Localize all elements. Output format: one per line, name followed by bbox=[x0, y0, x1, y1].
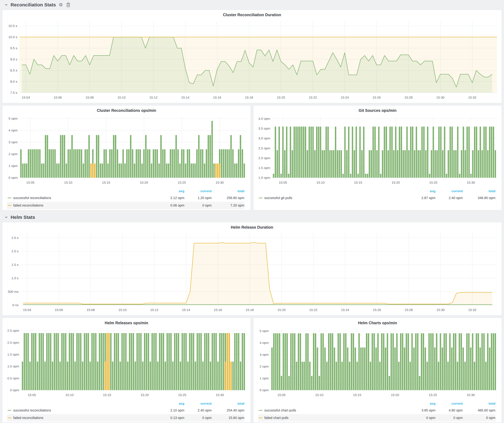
panel-title[interactable]: Cluster Reconciliations ops/min bbox=[2, 106, 251, 114]
svg-text:0 opm: 0 opm bbox=[260, 388, 269, 392]
svg-text:15:05: 15:05 bbox=[279, 181, 287, 184]
svg-text:15:24: 15:24 bbox=[341, 308, 349, 312]
svg-text:9.0 s: 9.0 s bbox=[10, 58, 17, 61]
svg-text:9.5 s: 9.5 s bbox=[10, 46, 17, 50]
git-sources-opm-chart[interactable]: 1.0 opm1.5 opm2.0 opm2.5 opm3.0 opm3.5 o… bbox=[253, 114, 502, 188]
legend-row-successful-reconciliations[interactable]: successful reconciliations 2.10 opm 2.40… bbox=[7, 407, 244, 414]
svg-text:15:18: 15:18 bbox=[245, 96, 253, 99]
svg-text:0.5 opm: 0.5 opm bbox=[7, 376, 19, 380]
svg-text:15:24: 15:24 bbox=[341, 96, 349, 99]
cluster-reconciliations-opm-chart[interactable]: 0 opm1 opm2 opm3 opm4 opm5 opm15:0515:10… bbox=[2, 114, 251, 188]
svg-text:8.5 s: 8.5 s bbox=[10, 69, 17, 72]
svg-text:15:22: 15:22 bbox=[309, 308, 318, 312]
svg-text:2 opm: 2 opm bbox=[9, 152, 18, 156]
svg-text:1.5 s: 1.5 s bbox=[11, 263, 18, 266]
panel-title[interactable]: Helm Releases ops/min bbox=[2, 319, 251, 327]
legend: avg current total successful reconciliat… bbox=[2, 188, 251, 210]
svg-text:15:30: 15:30 bbox=[216, 181, 224, 184]
svg-text:15:20: 15:20 bbox=[391, 393, 399, 397]
section-header-reconciliation-stats[interactable]: Reconciliation Stats ⚙ bbox=[2, 0, 502, 10]
svg-text:15:28: 15:28 bbox=[404, 96, 413, 99]
series-name[interactable]: failed chart pulls bbox=[264, 416, 288, 420]
panel-cluster-reconciliations-opm: Cluster Reconciliations ops/min 0 opm1 o… bbox=[2, 105, 251, 210]
svg-text:15:26: 15:26 bbox=[372, 96, 381, 99]
helm-releases-opm-chart[interactable]: 0 opm0.5 opm1.0 opm1.5 opm2.0 opm2.5 opm… bbox=[2, 327, 251, 400]
legend-col-avg[interactable]: avg bbox=[409, 189, 435, 193]
series-avg: 2.12 opm bbox=[158, 196, 184, 200]
svg-text:15:15: 15:15 bbox=[354, 181, 362, 184]
series-name[interactable]: successful reconciliations bbox=[13, 196, 51, 200]
series-name[interactable]: successful chart pulls bbox=[264, 409, 296, 412]
svg-text:0 opm: 0 opm bbox=[10, 388, 19, 392]
svg-text:15:26: 15:26 bbox=[373, 308, 381, 312]
legend-row-successful-chart-pulls[interactable]: successful chart pulls 3.85 opm 4.80 opm… bbox=[258, 407, 495, 414]
panel-cluster-reconciliation-duration: Cluster Reconciliation Duration 7.5 s8.0… bbox=[2, 10, 502, 103]
legend-col-total[interactable]: total bbox=[463, 402, 495, 405]
section-header-helm-stats[interactable]: Helm Stats bbox=[2, 212, 502, 222]
svg-text:0 ns: 0 ns bbox=[12, 303, 18, 307]
legend-col-total[interactable]: total bbox=[212, 189, 244, 193]
series-name[interactable]: failed reconciliations bbox=[13, 416, 43, 420]
gear-icon[interactable]: ⚙ bbox=[59, 2, 63, 7]
legend-col-current[interactable]: current bbox=[184, 402, 212, 405]
svg-text:3.5 opm: 3.5 opm bbox=[258, 127, 270, 130]
series-total: 0 opm bbox=[463, 416, 495, 420]
svg-text:1 opm: 1 opm bbox=[260, 376, 269, 380]
series-marker bbox=[259, 417, 263, 418]
panel-title[interactable]: Cluster Reconciliation Duration bbox=[2, 11, 502, 19]
series-name[interactable]: failed reconciliations bbox=[13, 204, 43, 207]
svg-text:2.0 opm: 2.0 opm bbox=[258, 156, 270, 160]
svg-text:15:15: 15:15 bbox=[103, 393, 111, 397]
legend-col-avg[interactable]: avg bbox=[158, 402, 184, 405]
svg-text:15:10: 15:10 bbox=[315, 393, 324, 397]
legend-col-avg[interactable]: avg bbox=[158, 189, 184, 193]
svg-text:5 opm: 5 opm bbox=[260, 329, 269, 333]
series-name[interactable]: successful reconciliations bbox=[13, 409, 51, 412]
legend-row-failed-chart-pulls[interactable]: failed chart pulls 0 opm 0 opm 0 opm bbox=[258, 414, 495, 422]
svg-text:1.0 s: 1.0 s bbox=[11, 276, 18, 280]
legend-row-successful-reconciliations[interactable]: successful reconciliations 2.12 opm 1.20… bbox=[7, 194, 244, 202]
svg-text:2.0 s: 2.0 s bbox=[11, 249, 18, 253]
helm-release-duration-chart[interactable]: 0 ns500 ms1.0 s1.5 s2.0 s2.5 s15:0415:06… bbox=[2, 231, 502, 315]
series-marker bbox=[8, 205, 11, 206]
legend-col-avg[interactable]: avg bbox=[409, 402, 435, 405]
svg-text:15:25: 15:25 bbox=[178, 393, 186, 397]
svg-text:15:30: 15:30 bbox=[216, 393, 224, 397]
legend: avg current total successful chart pulls… bbox=[253, 400, 502, 423]
legend-header: avg current total bbox=[7, 188, 244, 194]
legend-col-total[interactable]: total bbox=[463, 189, 495, 193]
svg-text:3.0 opm: 3.0 opm bbox=[258, 136, 270, 140]
series-total: 346.80 opm bbox=[463, 196, 495, 200]
svg-text:15:04: 15:04 bbox=[23, 308, 31, 312]
svg-text:8.0 s: 8.0 s bbox=[10, 80, 17, 83]
helm-charts-opm-chart[interactable]: 0 opm1 opm2 opm3 opm4 opm5 opm15:0515:10… bbox=[253, 327, 502, 400]
series-current: 2.40 opm bbox=[435, 196, 463, 200]
legend-col-total[interactable]: total bbox=[212, 402, 244, 405]
panel-title[interactable]: Helm Release Duration bbox=[2, 223, 502, 231]
legend-col-current[interactable]: current bbox=[435, 189, 463, 193]
svg-text:1.5 opm: 1.5 opm bbox=[7, 352, 19, 356]
cluster-reconciliation-duration-chart[interactable]: 7.5 s8.0 s8.5 s9.0 s9.5 s10.0 s10.5 s15:… bbox=[2, 19, 502, 103]
series-total: 7.20 opm bbox=[212, 204, 244, 207]
svg-text:1.5 opm: 1.5 opm bbox=[258, 166, 270, 170]
svg-text:15:16: 15:16 bbox=[214, 308, 222, 312]
svg-text:15:25: 15:25 bbox=[429, 393, 437, 397]
panel-helm-releases-opm: Helm Releases ops/min 0 opm0.5 opm1.0 op… bbox=[2, 318, 251, 423]
legend-row-failed-reconciliations[interactable]: failed reconciliations 0.13 opm 0 opm 15… bbox=[7, 414, 244, 422]
panel-title[interactable]: Git Sources ops/min bbox=[253, 106, 502, 114]
series-name[interactable]: successful git pulls bbox=[264, 196, 292, 200]
dashboard: Reconciliation Stats ⚙ Cluster Reconcili… bbox=[0, 0, 504, 423]
legend-col-current[interactable]: current bbox=[184, 189, 212, 193]
panel-helm-charts-opm: Helm Charts ops/min 0 opm1 opm2 opm3 opm… bbox=[253, 318, 502, 423]
legend-row-failed-reconciliations[interactable]: failed reconciliations 0.06 opm 0 opm 7.… bbox=[7, 202, 244, 209]
series-avg: 2.10 opm bbox=[158, 409, 184, 412]
svg-text:15:28: 15:28 bbox=[405, 308, 413, 312]
series-total: 15.60 opm bbox=[212, 416, 244, 420]
svg-text:15:08: 15:08 bbox=[85, 96, 94, 99]
panel-title[interactable]: Helm Charts ops/min bbox=[253, 319, 502, 327]
legend-row-successful-git-pulls[interactable]: successful git pulls 2.87 opm 2.40 opm 3… bbox=[258, 194, 495, 202]
panel-helm-release-duration: Helm Release Duration 0 ns500 ms1.0 s1.5… bbox=[2, 222, 502, 316]
legend-col-current[interactable]: current bbox=[435, 402, 463, 405]
trash-icon[interactable] bbox=[66, 2, 71, 8]
svg-text:1.0 opm: 1.0 opm bbox=[7, 364, 19, 368]
